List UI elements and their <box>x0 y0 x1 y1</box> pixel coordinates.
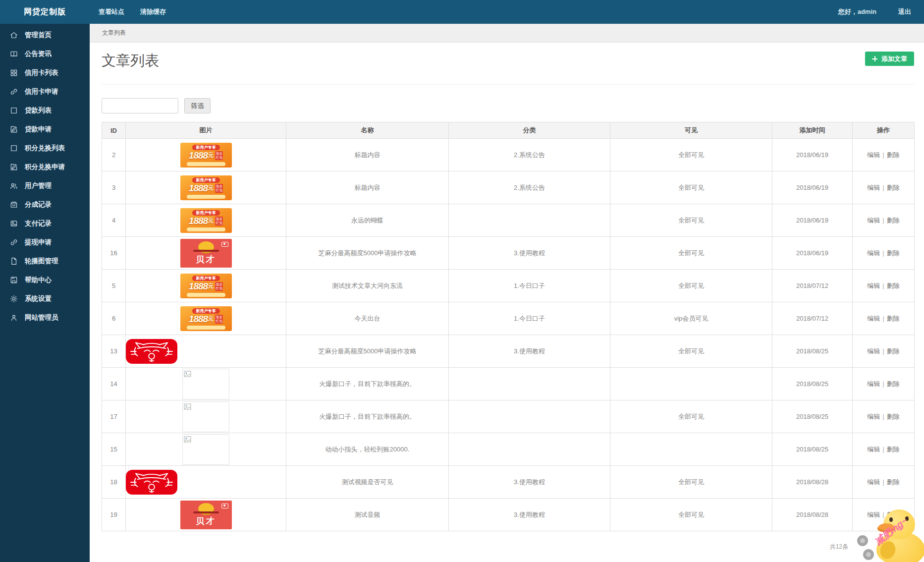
edit-link[interactable]: 编辑 <box>867 478 880 486</box>
col-header-category: 分类 <box>449 122 610 139</box>
banner-unit-text: 元 <box>208 152 214 159</box>
sidebar-item-help-center[interactable]: 帮助中心 <box>0 271 90 289</box>
sidebar-item-system-settings[interactable]: 系统设置 <box>0 289 90 308</box>
delete-link[interactable]: 删除 <box>887 217 900 224</box>
sidebar-item-user-management[interactable]: 用户管理 <box>0 176 90 195</box>
delete-link[interactable]: 删除 <box>887 446 900 453</box>
coin-bar <box>193 511 219 513</box>
sidebar-item-payment-records[interactable]: 支付记录 <box>0 214 90 233</box>
delete-link[interactable]: 删除 <box>887 315 900 322</box>
record-count: 共12条 <box>830 543 848 551</box>
navbar-item-clear-cache[interactable]: 清除缓存 <box>139 5 167 18</box>
sidebar-item-label: 支付记录 <box>25 219 52 228</box>
filter-input[interactable] <box>102 98 178 113</box>
app-brand: 网贷定制版 <box>0 7 90 17</box>
sidebar-item-home[interactable]: 管理首页 <box>0 26 90 45</box>
beicai-logo-image: 贝才 <box>180 501 232 529</box>
col-header-date: 添加时间 <box>772 122 853 139</box>
edit-link[interactable]: 编辑 <box>867 315 880 322</box>
add-article-button[interactable]: 添加文章 <box>865 52 914 66</box>
edit-link[interactable]: 编辑 <box>867 413 880 420</box>
sidebar-item-label: 贷款列表 <box>25 106 52 115</box>
banner-strip <box>187 162 225 166</box>
sidebar-item-label: 分成记录 <box>25 200 52 209</box>
cell-id: 4 <box>102 204 126 237</box>
delete-link[interactable]: 删除 <box>887 151 900 159</box>
edit-link[interactable]: 编辑 <box>867 380 880 388</box>
cell-actions: 编辑|删除 <box>853 335 915 368</box>
duck-eye <box>889 517 893 522</box>
sidebar-item-label: 提现申请 <box>25 238 52 247</box>
delete-link[interactable]: 删除 <box>887 184 900 191</box>
cell-date: 2018/06/19 <box>772 171 853 204</box>
action-separator: | <box>882 249 884 257</box>
cell-name: 火爆新口子，目前下款率很高的。 <box>286 400 449 433</box>
cell-visible <box>610 433 772 466</box>
gear-icon <box>9 294 18 303</box>
sidebar-item-commission-records[interactable]: 分成记录 <box>0 195 90 214</box>
cell-category: 1.今日口子 <box>449 270 610 302</box>
sidebar-item-points-exchange-list[interactable]: 积分兑换列表 <box>0 139 90 158</box>
cell-date: 2018/06/19 <box>772 237 853 270</box>
sidebar-item-points-exchange-apply[interactable]: 积分兑换申请 <box>0 158 90 176</box>
delete-link[interactable]: 删除 <box>887 380 900 388</box>
edit-link[interactable]: 编辑 <box>867 446 880 453</box>
cell-visible: vip会员可见 <box>610 302 772 335</box>
banner-side-text: 现金红包 <box>215 315 223 324</box>
cell-actions: 编辑|删除 <box>853 466 915 499</box>
cell-image <box>126 368 286 400</box>
banner-ribbon-text: 新用户专享 <box>192 177 220 183</box>
sidebar-item-announcements[interactable]: 公告资讯 <box>0 45 90 63</box>
floating-widget-icon[interactable] <box>857 535 868 546</box>
sidebar-item-site-admin[interactable]: 网站管理员 <box>0 308 90 327</box>
cell-category: 3.使用教程 <box>449 237 610 270</box>
sidebar-item-label: 信用卡列表 <box>25 68 58 77</box>
delete-link[interactable]: 删除 <box>887 413 900 420</box>
cell-date: 2018/08/28 <box>772 466 853 499</box>
sidebar-item-carousel-management[interactable]: 轮播图管理 <box>0 252 90 271</box>
logout-button[interactable]: 退出 <box>898 7 911 16</box>
banner-unit-text: 元 <box>208 184 214 192</box>
banner-ribbon-text: 新用户专享 <box>192 308 220 314</box>
edit-link[interactable]: 编辑 <box>867 347 880 355</box>
edit-link[interactable]: 编辑 <box>867 282 880 289</box>
filter-button[interactable]: 筛选 <box>184 98 211 113</box>
cell-category <box>449 368 610 400</box>
broken-image-placeholder <box>182 434 229 465</box>
cat-logo-image <box>126 470 177 495</box>
cell-id: 14 <box>102 368 126 400</box>
cell-visible: 全部可见 <box>610 139 772 171</box>
sidebar-item-credit-card-apply[interactable]: 信用卡申请 <box>0 82 90 101</box>
floating-widget-icon[interactable] <box>863 549 874 560</box>
navbar-item-view-site[interactable]: 查看站点 <box>98 5 125 18</box>
cell-visible: 全部可见 <box>610 400 772 433</box>
navbar-menu: 查看站点 清除缓存 <box>98 5 167 18</box>
sidebar-item-loan-list[interactable]: 贷款列表 <box>0 101 90 120</box>
table-row: 15 动动小指头，轻松到账20000. 2018/08/25 编辑|删除 <box>102 433 915 466</box>
cell-date: 2018/08/25 <box>772 400 853 433</box>
beicai-logo-text: 贝才 <box>196 255 216 264</box>
banner-strip <box>187 293 225 297</box>
edit-link[interactable]: 编辑 <box>867 151 880 159</box>
delete-link[interactable]: 删除 <box>887 478 900 486</box>
sidebar-item-credit-card-list[interactable]: 信用卡列表 <box>0 63 90 82</box>
promo-banner-image: 新用户专享1888元现金红包 <box>180 306 232 331</box>
cell-category <box>449 400 610 433</box>
cell-name: 永远的蝴蝶 <box>286 204 449 237</box>
delete-link[interactable]: 删除 <box>887 282 900 289</box>
link-icon <box>9 238 18 247</box>
delete-link[interactable]: 删除 <box>887 249 900 257</box>
action-separator: | <box>882 282 884 289</box>
edit-link[interactable]: 编辑 <box>867 249 880 257</box>
table-row: 3 新用户专享1888元现金红包 标题内容 2.系统公告 全部可见 2018/0… <box>102 171 915 204</box>
beicai-chip-icon <box>221 504 228 508</box>
edit-link[interactable]: 编辑 <box>867 217 880 224</box>
edit-icon <box>9 163 18 171</box>
promo-banner-image: 新用户专享1888元现金红包 <box>180 208 232 233</box>
cell-date: 2018/08/25 <box>772 433 853 466</box>
delete-link[interactable]: 删除 <box>887 347 900 355</box>
edit-link[interactable]: 编辑 <box>867 184 880 191</box>
cell-actions: 编辑|删除 <box>853 237 915 270</box>
sidebar-item-withdrawal-apply[interactable]: 提现申请 <box>0 233 90 252</box>
sidebar-item-loan-apply[interactable]: 贷款申请 <box>0 120 90 139</box>
